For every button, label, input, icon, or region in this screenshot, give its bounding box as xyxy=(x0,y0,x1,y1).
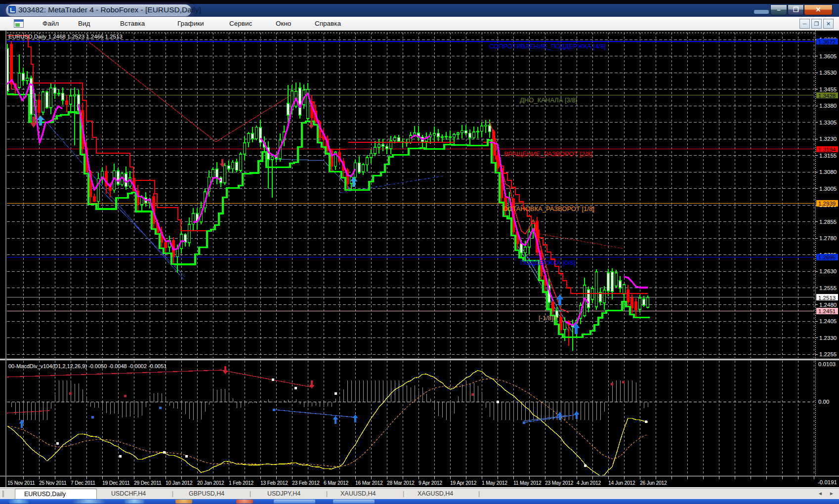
svg-text:6 Mar 2012: 6 Mar 2012 xyxy=(324,480,349,486)
svg-text:13 Feb 2012: 13 Feb 2012 xyxy=(260,480,288,486)
svg-text:1.3184: 1.3184 xyxy=(818,147,836,153)
svg-text:29 Dec 2011: 29 Dec 2011 xyxy=(134,480,162,486)
svg-text:1.2255: 1.2255 xyxy=(819,351,837,357)
svg-text:1.3530: 1.3530 xyxy=(819,70,837,76)
svg-text:1.2695: 1.2695 xyxy=(818,254,836,260)
svg-text:0.0103: 0.0103 xyxy=(818,361,836,367)
svg-text:1 May 2012: 1 May 2012 xyxy=(482,480,507,486)
svg-text:16 Mar 2012: 16 Mar 2012 xyxy=(355,480,383,486)
svg-text:1.2630: 1.2630 xyxy=(819,268,837,274)
svg-text:1 Feb 2012: 1 Feb 2012 xyxy=(229,480,254,486)
svg-text:19 Apr 2012: 19 Apr 2012 xyxy=(450,480,477,486)
svg-text:ОСТАНОВКА_РАЗВОРОТ [1/8]: ОСТАНОВКА_РАЗВОРОТ [1/8] xyxy=(503,205,594,212)
svg-text:15 Nov 2011: 15 Nov 2011 xyxy=(7,480,35,486)
svg-text:1.3230: 1.3230 xyxy=(819,136,837,142)
svg-text:1.2780: 1.2780 xyxy=(819,235,837,241)
svg-text:1.3305: 1.3305 xyxy=(819,120,837,126)
svg-text:10 Jan 2012: 10 Jan 2012 xyxy=(166,480,193,486)
svg-text:1.2451: 1.2451 xyxy=(818,308,836,314)
svg-text:0.00: 0.00 xyxy=(818,399,829,405)
svg-text:9 Apr 2012: 9 Apr 2012 xyxy=(419,480,442,486)
svg-text:ПОДДЕРЖКА [0/8]: ПОДДЕРЖКА [0/8] xyxy=(520,259,575,266)
svg-text:1.3080: 1.3080 xyxy=(819,169,837,175)
svg-text:-0.0191: -0.0191 xyxy=(818,479,837,485)
svg-text:25 Nov 2011: 25 Nov 2011 xyxy=(39,480,67,486)
svg-text:ДНО_КАНАЛА [3/8]: ДНО_КАНАЛА [3/8] xyxy=(520,96,577,104)
svg-text:1.3605: 1.3605 xyxy=(819,53,837,59)
svg-text:1.2555: 1.2555 xyxy=(819,285,837,291)
svg-text:1.3455: 1.3455 xyxy=(819,86,837,92)
svg-text:19 Dec 2011: 19 Dec 2011 xyxy=(102,480,130,486)
svg-text:EURUSD,Daily 1.2468 1.2523 1.: EURUSD,Daily 1.2468 1.2523 1.2466 1.2513 xyxy=(8,34,123,40)
svg-text:23 Feb 2012: 23 Feb 2012 xyxy=(292,480,320,486)
svg-text:14 Jun 2012: 14 Jun 2012 xyxy=(608,480,635,486)
svg-text:1.2480: 1.2480 xyxy=(819,302,837,308)
svg-text:[-1/8]P: [-1/8]P xyxy=(539,314,557,322)
svg-text:1.2330: 1.2330 xyxy=(819,335,837,341)
svg-text:1.2513: 1.2513 xyxy=(818,295,836,301)
svg-text:4 Jun 2012: 4 Jun 2012 xyxy=(577,480,601,486)
svg-text:1.2855: 1.2855 xyxy=(819,219,837,225)
svg-text:11 May 2012: 11 May 2012 xyxy=(513,480,542,486)
svg-text:1.3005: 1.3005 xyxy=(819,186,837,192)
svg-text:00-MacdDiv_v104(D1,2,12,26,9): 00-MacdDiv_v104(D1,2,12,26,9) -0.0050 -0… xyxy=(8,363,167,369)
svg-text:1.2939: 1.2939 xyxy=(818,201,836,207)
svg-text:ВРАЩЕНИЕ_РАЗВОРОТ [2/8]: ВРАЩЕНИЕ_РАЗВОРОТ [2/8] xyxy=(504,150,592,158)
svg-text:28 Mar 2012: 28 Mar 2012 xyxy=(387,480,415,486)
svg-text:1.3672: 1.3672 xyxy=(818,39,836,45)
svg-text:1.3428: 1.3428 xyxy=(818,93,836,99)
svg-text:1.3155: 1.3155 xyxy=(819,153,837,159)
svg-text:1.2405: 1.2405 xyxy=(819,318,837,324)
svg-text:7 Dec 2011: 7 Dec 2011 xyxy=(71,480,95,486)
svg-text:СОПРОТИВЛЕНИЕ_ПОДДЕРЖКА [4/8]: СОПРОТИВЛЕНИЕ_ПОДДЕРЖКА [4/8] xyxy=(489,42,606,50)
svg-text:26 Jun 2012: 26 Jun 2012 xyxy=(640,480,667,486)
svg-text:1.3380: 1.3380 xyxy=(819,103,837,109)
svg-text:23 May 2012: 23 May 2012 xyxy=(545,480,574,486)
svg-text:20 Jan 2012: 20 Jan 2012 xyxy=(197,480,224,486)
